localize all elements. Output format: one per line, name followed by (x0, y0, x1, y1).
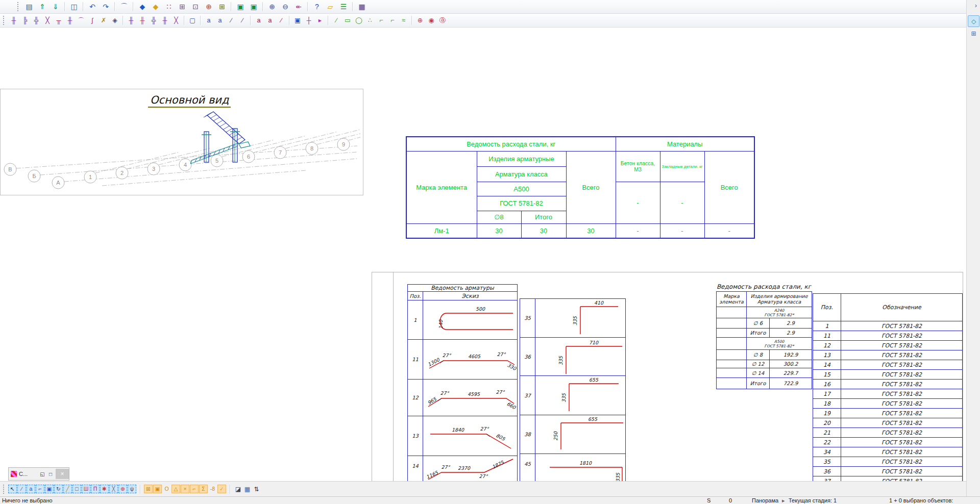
status-panorama[interactable]: Панорама (752, 497, 778, 503)
toolbar-grip[interactable] (3, 16, 6, 25)
rectangle-icon[interactable]: ▭ (342, 14, 353, 27)
rebar-erase-icon[interactable]: ✗ (98, 14, 109, 27)
toolbar-grip[interactable] (3, 485, 6, 494)
floating-panel-titlebar[interactable]: С... ◱ □ × (8, 467, 69, 481)
filter-minus8-icon[interactable]: -8 (208, 485, 217, 493)
select-strike-icon[interactable]: ╳ (109, 485, 118, 493)
distribute-linear-icon[interactable]: ╫ (126, 14, 137, 27)
select-region-icon[interactable]: ▣ (45, 485, 54, 493)
rebar-diagonal-icon[interactable]: ╳ (42, 14, 53, 27)
rebar-shape-icon[interactable]: ╬ (31, 14, 42, 27)
rebar-mesh-icon[interactable]: ╫ (64, 14, 76, 27)
pin-arrows-icon[interactable]: ⇅ (252, 485, 261, 493)
table-row: 14 ГОСТ 5781-82 (813, 360, 963, 370)
rebar-stirrup-icon[interactable]: ╥ (53, 14, 64, 27)
rebar-l-icon[interactable]: ╠ (19, 14, 31, 27)
frame-extents-icon[interactable]: ⊞ (176, 1, 189, 13)
filter-triangle-icon[interactable]: △ (172, 485, 180, 493)
pen-blue-icon[interactable]: ∕ (226, 14, 237, 27)
frame-pan-icon[interactable]: ⊡ (189, 1, 202, 13)
filter-sigma-icon[interactable]: Σ (199, 485, 208, 493)
specification-icon[interactable]: ☰ (337, 1, 350, 13)
save-copy-icon[interactable]: ◫ (67, 1, 81, 13)
zoom-in-icon[interactable]: ⊕ (265, 1, 279, 13)
pen-red-icon[interactable]: ∕ (276, 14, 287, 27)
filter-circle-icon[interactable]: O (162, 485, 171, 493)
toolbar-grip[interactable] (17, 2, 20, 11)
select-plug-icon[interactable]: ψ (128, 485, 136, 493)
circle-icon[interactable]: ◯ (353, 14, 364, 27)
group-view-icon[interactable]: ◉ (426, 14, 437, 27)
distribute-check-icon[interactable]: ╫ (137, 14, 148, 27)
help-select-icon[interactable]: ? (310, 1, 324, 13)
view-cube-icon[interactable]: ◇ (968, 15, 979, 27)
select-rotate-icon[interactable]: ↻ (54, 485, 63, 493)
open-assembly-icon[interactable]: ▱ (324, 1, 337, 13)
polyline-icon[interactable]: ⌐ (376, 14, 387, 27)
zoom-previous-icon[interactable]: ↞ (292, 1, 305, 13)
rebar-arc-icon[interactable]: ⌒ (76, 14, 87, 27)
dimension-icon[interactable]: ┼ (303, 14, 314, 27)
points-icon[interactable]: ∴ (364, 14, 376, 27)
expand-panel-icon[interactable]: › (975, 2, 977, 9)
layout-grid-icon[interactable]: ⊞ (968, 28, 979, 39)
maximize-window-icon[interactable]: □ (46, 470, 55, 478)
square-tool-icon[interactable]: ▣ (292, 14, 303, 27)
import-document-icon[interactable]: ⇑ (36, 1, 49, 13)
text-red-icon[interactable]: a (264, 14, 276, 27)
select-curve-icon[interactable]: ∕ (17, 485, 26, 493)
model-yellow-icon[interactable]: ◆ (149, 1, 162, 13)
region-icon[interactable]: ▢ (187, 14, 198, 27)
flag-icon[interactable]: ▸ (314, 14, 326, 27)
close-icon[interactable]: × (56, 469, 69, 479)
select-cursor-icon[interactable]: ↖ (8, 485, 17, 493)
copy-objects-icon[interactable]: ▣ (234, 1, 247, 13)
legend-icon[interactable]: ∷ (162, 1, 176, 13)
export-document-icon[interactable]: ⇓ (49, 1, 62, 13)
copy-content-icon[interactable]: ▤ (22, 1, 36, 13)
text-plain-icon[interactable]: a (214, 14, 226, 27)
status-current-stage: Текущая стадия: 1 (789, 497, 837, 503)
keyboard-icon[interactable]: ▦ (355, 1, 369, 13)
filter-cross-icon[interactable]: × (181, 485, 189, 493)
lasso-selection-icon[interactable]: ⌒ (117, 1, 131, 13)
palette-grid-icon[interactable]: ▦ (243, 485, 252, 493)
select-fence-icon[interactable]: П (91, 485, 100, 493)
select-fence-red-icon[interactable]: Ш (82, 485, 90, 493)
select-star-icon[interactable]: ✱ (100, 485, 109, 493)
select-text-icon[interactable]: a (27, 485, 35, 493)
filter-check-icon[interactable]: ✓ (217, 485, 226, 493)
toolbar-separator (200, 16, 201, 25)
insert-objects-icon[interactable]: ▣ (247, 1, 260, 13)
frame-add-icon[interactable]: ⊞ (215, 1, 229, 13)
line-icon[interactable]: ∕ (331, 14, 342, 27)
rebar-straight-icon[interactable]: ╫ (8, 14, 19, 27)
model-blue-icon[interactable]: ◆ (136, 1, 149, 13)
undo-icon[interactable]: ↶ (86, 1, 99, 13)
filter-corner-icon[interactable]: ⌐ (190, 485, 199, 493)
filter-square-icon[interactable]: ▣ (153, 485, 162, 493)
select-line-icon[interactable]: ⌐ (36, 485, 44, 493)
distribute-delete-icon[interactable]: ╳ (170, 14, 182, 27)
rebar-settings-icon[interactable]: ◈ (109, 14, 120, 27)
spline-icon[interactable]: ≈ (398, 14, 409, 27)
frame-globe-icon[interactable]: ⊕ (202, 1, 215, 13)
restore-window-icon[interactable]: ◱ (38, 470, 46, 478)
distribute-step-icon[interactable]: ╫ (159, 14, 170, 27)
redo-icon[interactable]: ↷ (99, 1, 112, 13)
contour-icon[interactable]: ⌐ (387, 14, 398, 27)
text-red-underline-icon[interactable]: a (253, 14, 264, 27)
distribute-variable-icon[interactable]: ╬ (148, 14, 159, 27)
filter-x-icon[interactable]: ⊠ (144, 485, 153, 493)
text-underline-icon[interactable]: a (203, 14, 214, 27)
group-attr-icon[interactable]: ⓐ (437, 14, 448, 27)
select-brush-icon[interactable]: ╱ (63, 485, 72, 493)
drawing-canvas[interactable]: Основной вид (0, 28, 966, 481)
group-edit-icon[interactable]: ⊕ (414, 14, 426, 27)
display-mode-icon[interactable]: ◪ (234, 485, 242, 493)
select-globe-icon[interactable]: ⊕ (118, 485, 127, 493)
select-frame-icon[interactable]: □ (72, 485, 81, 493)
pen-blue2-icon[interactable]: ∕ (237, 14, 248, 27)
zoom-out-icon[interactable]: ⊖ (279, 1, 292, 13)
rebar-curve-icon[interactable]: ∫ (87, 14, 98, 27)
